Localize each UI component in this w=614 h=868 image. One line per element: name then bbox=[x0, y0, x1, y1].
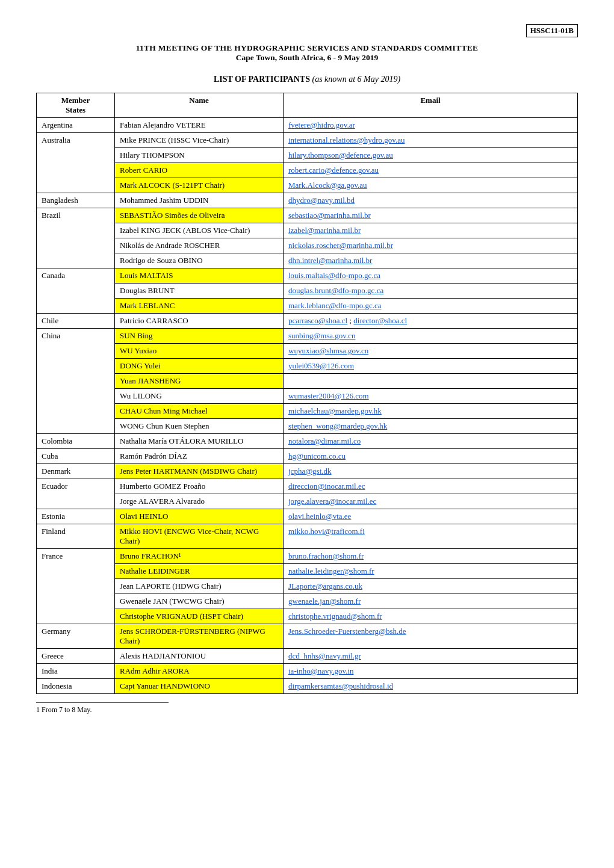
email-link[interactable]: Mark.Alcock@ga.gov.au bbox=[288, 181, 367, 190]
participant-email[interactable]: JLaporte@argans.co.uk bbox=[284, 579, 578, 594]
participant-email[interactable]: sebastiao@marinha.mil.br bbox=[284, 208, 578, 223]
email-link[interactable]: notalora@dimar.mil.co bbox=[288, 436, 361, 445]
participant-name: Rodrigo de Souza OBINO bbox=[115, 253, 284, 268]
email-link[interactable]: stephen_wong@mardep.gov.hk bbox=[288, 421, 387, 430]
participant-name: Olavi HEINLO bbox=[115, 509, 284, 524]
document-id: HSSC11-01B bbox=[526, 24, 578, 37]
participant-email[interactable]: pcarrasco@shoa.cl ; director@shoa.cl bbox=[284, 314, 578, 329]
email-link[interactable]: dcd_hnhs@navy.mil.gr bbox=[288, 651, 361, 660]
participant-email[interactable]: wuyuxiao@shmsa.gov.cn bbox=[284, 344, 578, 359]
participant-email[interactable]: international.relations@hydro.gov.au bbox=[284, 133, 578, 148]
participant-email[interactable]: bruno.frachon@shom.fr bbox=[284, 549, 578, 564]
email-link[interactable]: olavi.heinlo@vta.ee bbox=[288, 512, 351, 521]
member-state: Cuba bbox=[37, 449, 115, 464]
email-link[interactable]: dirpamkersamtas@pushidrosal.id bbox=[288, 681, 393, 690]
email-link[interactable]: christophe.vrignaud@shom.fr bbox=[288, 612, 382, 621]
participant-email[interactable]: Jens.Schroeder-Fuerstenberg@bsh.de bbox=[284, 624, 578, 649]
email-link[interactable]: nathalie.leidinger@shom.fr bbox=[288, 566, 374, 575]
email-link[interactable]: fvetere@hidro.gov.ar bbox=[288, 120, 355, 129]
participant-name: Bruno FRACHON¹ bbox=[115, 549, 284, 564]
participant-email[interactable]: stephen_wong@mardep.gov.hk bbox=[284, 419, 578, 434]
member-state: Chile bbox=[37, 314, 115, 329]
table-row: IndiaRAdm Adhir ARORAia-inho@navy.gov.in bbox=[37, 664, 578, 679]
participant-email[interactable]: direccion@inocar.mil.ec bbox=[284, 479, 578, 494]
email-link[interactable]: international.relations@hydro.gov.au bbox=[288, 135, 405, 144]
participant-email[interactable]: douglas.brunt@dfo-mpo.gc.ca bbox=[284, 284, 578, 299]
member-state: Argentina bbox=[37, 118, 115, 133]
participant-email[interactable]: jorge.alavera@inocar.mil.ec bbox=[284, 494, 578, 509]
member-state: Estonia bbox=[37, 509, 115, 524]
email-link[interactable]: michaelchau@mardep.gov.hk bbox=[288, 406, 382, 415]
participant-email[interactable]: michaelchau@mardep.gov.hk bbox=[284, 404, 578, 419]
participant-email[interactable]: izabel@marinha.mil.br bbox=[284, 223, 578, 238]
email-link[interactable]: director@shoa.cl bbox=[353, 316, 407, 325]
participant-name: Capt Yanuar HANDWIONO bbox=[115, 679, 284, 694]
participant-email[interactable]: ia-inho@navy.gov.in bbox=[284, 664, 578, 679]
email-link[interactable]: sebastiao@marinha.mil.br bbox=[288, 211, 371, 220]
member-state: Australia bbox=[37, 133, 115, 193]
participant-email[interactable]: hilary.thompson@defence.gov.au bbox=[284, 148, 578, 163]
participant-email[interactable] bbox=[284, 374, 578, 389]
email-link[interactable]: nickolas.roscher@marinha.mil.br bbox=[288, 241, 393, 250]
email-link[interactable]: wuyuxiao@shmsa.gov.cn bbox=[288, 346, 368, 355]
participant-email[interactable]: nickolas.roscher@marinha.mil.br bbox=[284, 238, 578, 253]
participant-name: WU Yuxiao bbox=[115, 344, 284, 359]
email-link[interactable]: louis.maltais@dfo-mpo.gc.ca bbox=[288, 271, 380, 280]
participant-email[interactable]: christophe.vrignaud@shom.fr bbox=[284, 609, 578, 624]
email-link[interactable]: Jens.Schroeder-Fuerstenberg@bsh.de bbox=[288, 627, 406, 636]
email-link[interactable]: douglas.brunt@dfo-mpo.gc.ca bbox=[288, 286, 383, 295]
email-link[interactable]: jcpha@gst.dk bbox=[288, 467, 332, 476]
email-link[interactable]: gwenaele.jan@shom.fr bbox=[288, 597, 361, 606]
email-link[interactable]: hg@unicom.co.cu bbox=[288, 451, 346, 460]
participant-email[interactable]: dhydro@navy.mil.bd bbox=[284, 193, 578, 208]
email-link[interactable]: sunbing@msa.gov.cn bbox=[288, 331, 356, 340]
email-link[interactable]: izabel@marinha.mil.br bbox=[288, 226, 361, 235]
participant-email[interactable]: dhn.intrel@marinha.mil.br bbox=[284, 253, 578, 268]
participant-email[interactable]: wumaster2004@126.com bbox=[284, 389, 578, 404]
participant-email[interactable]: fvetere@hidro.gov.ar bbox=[284, 118, 578, 133]
participant-email[interactable]: jcpha@gst.dk bbox=[284, 464, 578, 479]
participant-name: Yuan JIANSHENG bbox=[115, 374, 284, 389]
member-state: France bbox=[37, 549, 115, 624]
participant-email[interactable]: mikko.hovi@traficom.fi bbox=[284, 524, 578, 549]
email-link[interactable]: direccion@inocar.mil.ec bbox=[288, 482, 365, 491]
participant-email[interactable]: Mark.Alcock@ga.gov.au bbox=[284, 178, 578, 193]
participant-email[interactable]: dirpamkersamtas@pushidrosal.id bbox=[284, 679, 578, 694]
table-row: AustraliaMike PRINCE (HSSC Vice-Chair)in… bbox=[37, 133, 578, 148]
participant-email[interactable]: sunbing@msa.gov.cn bbox=[284, 329, 578, 344]
participant-email[interactable]: hg@unicom.co.cu bbox=[284, 449, 578, 464]
participant-name: WONG Chun Kuen Stephen bbox=[115, 419, 284, 434]
email-link[interactable]: yulei0539@126.com bbox=[288, 361, 354, 370]
email-link[interactable]: ia-inho@navy.gov.in bbox=[288, 666, 354, 675]
participant-email[interactable]: gwenaele.jan@shom.fr bbox=[284, 594, 578, 609]
participant-name: SEBASTIÃO Simões de Oliveira bbox=[115, 208, 284, 223]
participant-email[interactable]: notalora@dimar.mil.co bbox=[284, 434, 578, 449]
participant-name: Izabel KING JECK (ABLOS Vice-Chair) bbox=[115, 223, 284, 238]
participant-email[interactable]: robert.cario@defence.gov.au bbox=[284, 163, 578, 178]
email-link[interactable]: pcarrasco@shoa.cl bbox=[288, 316, 347, 325]
email-link[interactable]: dhn.intrel@marinha.mil.br bbox=[288, 256, 372, 265]
participant-name: Patricio CARRASCO bbox=[115, 314, 284, 329]
participant-email[interactable]: dcd_hnhs@navy.mil.gr bbox=[284, 649, 578, 664]
email-link[interactable]: hilary.thompson@defence.gov.au bbox=[288, 150, 393, 160]
participant-email[interactable]: yulei0539@126.com bbox=[284, 359, 578, 374]
participant-email[interactable]: nathalie.leidinger@shom.fr bbox=[284, 564, 578, 579]
participant-email[interactable]: louis.maltais@dfo-mpo.gc.ca bbox=[284, 268, 578, 284]
email-link[interactable]: dhydro@navy.mil.bd bbox=[288, 196, 355, 205]
table-row: WONG Chun Kuen Stephenstephen_wong@marde… bbox=[37, 419, 578, 434]
table-row: Nikolás de Andrade ROSCHERnickolas.rosch… bbox=[37, 238, 578, 253]
participant-email[interactable]: olavi.heinlo@vta.ee bbox=[284, 509, 578, 524]
email-link[interactable]: wumaster2004@126.com bbox=[288, 391, 369, 400]
participant-name: Mikko HOVI (ENCWG Vice-Chair, NCWG Chair… bbox=[115, 524, 284, 549]
email-link[interactable]: bruno.frachon@shom.fr bbox=[288, 551, 364, 560]
email-link[interactable]: JLaporte@argans.co.uk bbox=[288, 581, 362, 591]
email-link[interactable]: robert.cario@defence.gov.au bbox=[288, 166, 379, 175]
participant-email[interactable]: mark.leblanc@dfo-mpo.gc.ca bbox=[284, 299, 578, 314]
email-link[interactable]: mikko.hovi@traficom.fi bbox=[288, 527, 365, 536]
document-header: 11th Meeting of the Hydrographic Service… bbox=[36, 43, 578, 63]
footnote: 1 From 7 to 8 May. bbox=[36, 702, 169, 715]
email-link[interactable]: mark.leblanc@dfo-mpo.gc.ca bbox=[288, 301, 382, 310]
participant-name: Hilary THOMPSON bbox=[115, 148, 284, 163]
email-link[interactable]: jorge.alavera@inocar.mil.ec bbox=[288, 497, 376, 506]
table-row: Gwenaële JAN (TWCWG Chair)gwenaele.jan@s… bbox=[37, 594, 578, 609]
